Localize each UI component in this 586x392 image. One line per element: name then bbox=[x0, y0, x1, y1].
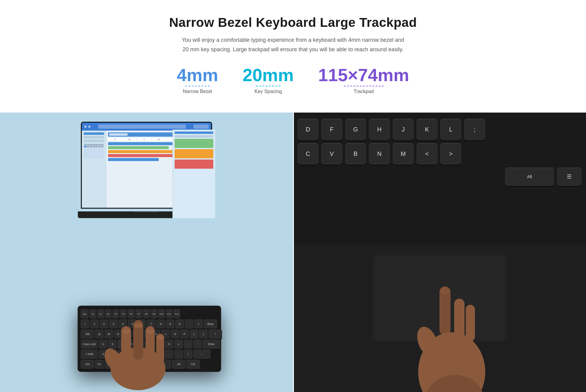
specs-row: 4mm Narrow Bezel 20mm Key Spacing 115×74… bbox=[6, 66, 580, 94]
screen-content: Su Mo Tu We Th Fr Sa bbox=[82, 131, 211, 208]
hand-right-svg bbox=[385, 280, 507, 392]
laptop-camera bbox=[134, 211, 159, 213]
screen-sidebar-item bbox=[84, 136, 104, 138]
key-tilde: ~ bbox=[81, 319, 89, 329]
right-panel-item bbox=[175, 131, 212, 134]
closeup-key-c: C bbox=[298, 143, 318, 164]
page-title: Narrow Bezel Keyboard Large Trackpad bbox=[6, 15, 580, 30]
svg-point-6 bbox=[122, 329, 130, 334]
key-ctrl-r: Ctrl bbox=[186, 360, 200, 369]
key-bracket-l: [ bbox=[190, 329, 198, 339]
closeup-key-f: F bbox=[321, 119, 342, 140]
screen-sidebar-calendar bbox=[84, 143, 104, 159]
spec-underline-narrow-bezel bbox=[185, 86, 210, 86]
closeup-key-v: V bbox=[321, 143, 342, 164]
closeup-key-h: H bbox=[369, 119, 390, 140]
spec-underline-trackpad bbox=[344, 86, 384, 86]
calendar-title bbox=[109, 133, 128, 136]
right-panel-block-green bbox=[175, 139, 212, 148]
left-panel: Su Mo Tu We Th Fr Sa bbox=[0, 113, 293, 392]
closeup-key-n: N bbox=[369, 143, 390, 164]
svg-point-11 bbox=[440, 287, 450, 295]
svg-rect-13 bbox=[466, 305, 475, 341]
closeup-row-2: C V B N M < > bbox=[298, 143, 581, 164]
key-semicolon: ; bbox=[184, 340, 192, 349]
spec-underline-key-spacing bbox=[256, 86, 280, 86]
spec-value-narrow-bezel: 4mm bbox=[177, 66, 218, 84]
spec-trackpad: 115×74mm Trackpad bbox=[318, 66, 409, 94]
key-slash: / bbox=[184, 350, 192, 359]
right-panel-item bbox=[175, 135, 212, 138]
header-section: Narrow Bezel Keyboard Large Trackpad You… bbox=[0, 0, 586, 113]
event-bar-green bbox=[108, 146, 169, 149]
trackpad-section bbox=[293, 244, 586, 392]
spec-value-key-spacing: 20mm bbox=[243, 66, 294, 84]
hand-left-svg bbox=[92, 286, 184, 392]
svg-point-8 bbox=[146, 329, 154, 334]
page-wrapper: Narrow Bezel Keyboard Large Trackpad You… bbox=[0, 0, 586, 392]
screen-right-panel bbox=[172, 130, 212, 209]
laptop-screen: Su Mo Tu We Th Fr Sa bbox=[81, 122, 212, 209]
panel-divider bbox=[293, 113, 294, 392]
key-esc: Esc bbox=[81, 309, 89, 318]
closeup-key-alt: Alt bbox=[505, 167, 554, 186]
closeup-key-k: K bbox=[417, 119, 437, 140]
closeup-key-m: M bbox=[393, 143, 414, 164]
spec-label-narrow-bezel: Narrow Bezel bbox=[177, 89, 218, 94]
screen-sidebar-item bbox=[84, 132, 104, 135]
event-bar-red bbox=[108, 154, 179, 157]
event-bar-blue2 bbox=[108, 158, 159, 161]
closeup-key-semicolon: ; bbox=[464, 119, 485, 140]
screen-sidebar-item bbox=[84, 140, 104, 142]
closeup-key-menu: ☰ bbox=[557, 167, 581, 186]
closeup-key-g: G bbox=[345, 119, 366, 140]
screen-dot-1 bbox=[84, 125, 87, 128]
screen-address-bar bbox=[98, 124, 186, 129]
closeup-key-d: D bbox=[298, 119, 318, 140]
closeup-key-l: L bbox=[440, 119, 461, 140]
key-backspace: Bksp bbox=[204, 319, 217, 329]
spec-label-key-spacing: Key Spacing bbox=[243, 89, 294, 94]
key-bracket-r: ] bbox=[199, 329, 208, 339]
closeup-key-gt: > bbox=[440, 143, 461, 164]
spec-label-trackpad: Trackpad bbox=[318, 89, 409, 94]
key-minus: - bbox=[185, 319, 193, 329]
screen-main-calendar: Su Mo Tu We Th Fr Sa bbox=[106, 131, 211, 208]
key-shift-r: ‹ bbox=[193, 350, 210, 359]
spec-key-spacing: 20mm Key Spacing bbox=[243, 66, 294, 94]
closeup-key-b: B bbox=[345, 143, 366, 164]
screen-dot-2 bbox=[88, 125, 91, 128]
closeup-row-1: D F G H J K L ; bbox=[298, 119, 581, 140]
spec-value-trackpad: 115×74mm bbox=[318, 66, 409, 84]
closeup-keys-container: D F G H J K L ; C V B N bbox=[293, 113, 586, 192]
closeup-key-lt: < bbox=[417, 143, 437, 164]
screen-left-sidebar bbox=[82, 131, 106, 208]
key-equals: = bbox=[194, 319, 203, 329]
spec-narrow-bezel: 4mm Narrow Bezel bbox=[177, 66, 218, 94]
images-section: Su Mo Tu We Th Fr Sa bbox=[0, 113, 586, 392]
right-panel-block-orange bbox=[175, 149, 212, 158]
key-quote: ' bbox=[193, 340, 202, 349]
keyboard-closeup-section: D F G H J K L ; C V B N bbox=[293, 113, 586, 244]
key-enter: Enter bbox=[203, 340, 220, 349]
svg-point-9 bbox=[157, 336, 164, 340]
key-backslash: \ bbox=[208, 329, 222, 339]
closeup-key-j: J bbox=[393, 119, 414, 140]
right-panel-block-red bbox=[175, 160, 212, 169]
svg-point-7 bbox=[134, 323, 143, 328]
closeup-row-3: Alt ☰ bbox=[298, 167, 581, 186]
screen-button-bar bbox=[194, 124, 209, 129]
right-panel: D F G H J K L ; C V B N bbox=[293, 113, 586, 392]
laptop-illustration: Su Mo Tu We Th Fr Sa bbox=[78, 122, 215, 218]
page-subtitle: You will enjoy a comfortable typing expe… bbox=[174, 35, 412, 54]
